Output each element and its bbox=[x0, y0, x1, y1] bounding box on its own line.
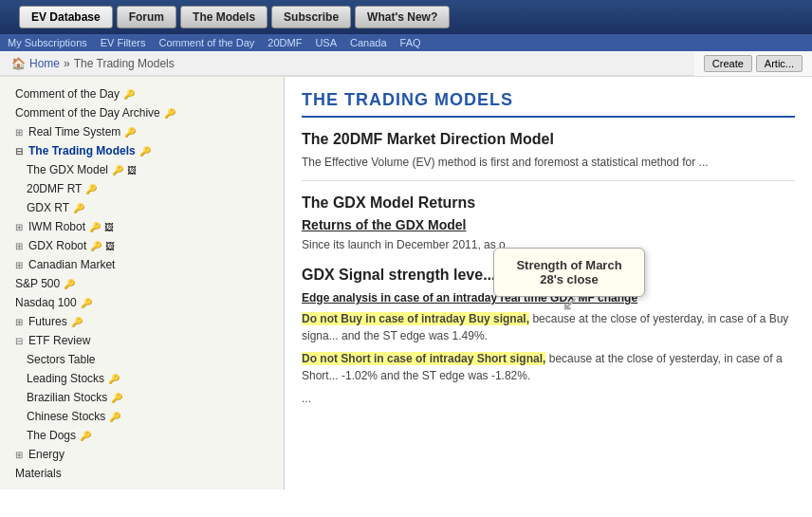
sidebar-item-comment-archive[interactable]: Comment of the Day Archive 🔑 bbox=[0, 103, 284, 122]
sidebar-item-20dmf-rt[interactable]: 20DMF RT 🔑 bbox=[0, 179, 284, 198]
page-title: THE TRADING MODELS bbox=[302, 90, 795, 118]
breadcrumb: 🏠 Home » The Trading Models bbox=[0, 52, 694, 76]
tooltip-text: Strength of March 28's close bbox=[516, 258, 621, 286]
gdx-model-label: The GDX Model bbox=[27, 163, 108, 176]
main-layout: Comment of the Day 🔑 Comment of the Day … bbox=[0, 77, 812, 489]
sidebar-item-etf[interactable]: ⊟ ETF Review bbox=[0, 331, 284, 350]
sidebar: Comment of the Day 🔑 Comment of the Day … bbox=[0, 77, 285, 489]
iwm-robot-label: IWM Robot bbox=[28, 220, 85, 233]
sidebar-item-gdx-model[interactable]: The GDX Model 🔑 🖼 bbox=[0, 160, 284, 179]
section2-heading: The GDX Model Returns bbox=[302, 194, 795, 212]
sidebar-item-gdx-robot[interactable]: ⊞ GDX Robot 🔑 🖼 bbox=[0, 236, 284, 255]
tooltip-arrow: ↙ bbox=[562, 294, 578, 313]
futures-label: Futures bbox=[28, 315, 67, 328]
sidebar-item-trading-models[interactable]: ⊟ The Trading Models 🔑 bbox=[0, 141, 284, 160]
leading-label: Leading Stocks bbox=[27, 372, 104, 385]
sidebar-item-chinese[interactable]: Chinese Stocks 🔑 bbox=[0, 407, 284, 426]
section1-heading: The 20DMF Market Direction Model bbox=[302, 131, 795, 148]
lock-icon-13: 🔑 bbox=[108, 374, 120, 384]
img-icon-3: 🖼 bbox=[105, 241, 115, 251]
section2-subheading: Returns of the GDX Model bbox=[302, 217, 795, 232]
nav-ev-database[interactable]: EV Database bbox=[19, 6, 113, 28]
lock-icon-4: 🔑 bbox=[139, 146, 151, 157]
trading-models-label: The Trading Models bbox=[28, 144, 136, 157]
section3-heading-text: GDX Signal strength leve bbox=[302, 267, 483, 283]
subnav-20dmf[interactable]: 20DMF bbox=[268, 37, 302, 48]
lock-icon-8: 🔑 bbox=[89, 222, 101, 232]
sidebar-item-sp500[interactable]: S&P 500 🔑 bbox=[0, 274, 284, 293]
sidebar-item-realtime[interactable]: ⊞ Real Time System 🔑 bbox=[0, 122, 284, 141]
sidebar-item-energy[interactable]: ⊞ Energy bbox=[0, 445, 284, 464]
lock-icon-14: 🔑 bbox=[111, 393, 122, 403]
subnav-usa[interactable]: USA bbox=[315, 37, 337, 48]
section1-description: The Effective Volume (EV) method is firs… bbox=[302, 154, 795, 171]
lock-icon-16: 🔑 bbox=[80, 431, 91, 441]
breadcrumb-home[interactable]: Home bbox=[29, 57, 60, 70]
subnav-comment-of-day[interactable]: Comment of the Day bbox=[158, 37, 254, 48]
tooltip-bubble: Strength of March 28's close ↙ bbox=[493, 248, 645, 297]
lock-icon: 🔑 bbox=[123, 89, 135, 100]
sectors-label: Sectors Table bbox=[27, 353, 96, 366]
gdx-robot-label: GDX Robot bbox=[28, 239, 86, 252]
sidebar-item-nasdaq[interactable]: Nasdaq 100 🔑 bbox=[0, 293, 284, 312]
divider1 bbox=[302, 180, 795, 181]
realtime-label: Real Time System bbox=[28, 125, 120, 138]
lock-icon-12: 🔑 bbox=[71, 317, 83, 327]
expand-icon-energy: ⊞ bbox=[15, 450, 23, 460]
expand-icon-trading: ⊟ bbox=[15, 146, 23, 157]
nav-the-models[interactable]: The Models bbox=[180, 6, 268, 28]
sidebar-item-brazilian[interactable]: Brazilian Stocks 🔑 bbox=[0, 388, 284, 407]
sidebar-item-comment-of-day[interactable]: Comment of the Day 🔑 bbox=[0, 84, 284, 103]
expand-icon-etf: ⊟ bbox=[15, 336, 23, 346]
create-button[interactable]: Create bbox=[704, 55, 752, 72]
content-area: THE TRADING MODELS The 20DMF Market Dire… bbox=[285, 77, 812, 489]
sidebar-item-iwm-robot[interactable]: ⊞ IWM Robot 🔑 🖼 bbox=[0, 217, 284, 236]
subnav-canada[interactable]: Canada bbox=[350, 37, 387, 48]
breadcrumb-current: The Trading Models bbox=[74, 57, 175, 70]
sidebar-item-futures[interactable]: ⊞ Futures 🔑 bbox=[0, 312, 284, 331]
nav-whats-new[interactable]: What's New? bbox=[355, 6, 450, 28]
article-button[interactable]: Artic... bbox=[756, 55, 803, 72]
lock-icon-6: 🔑 bbox=[85, 184, 97, 194]
lock-icon-2: 🔑 bbox=[164, 108, 175, 119]
nav-forum[interactable]: Forum bbox=[117, 6, 176, 28]
canadian-label: Canadian Market bbox=[28, 258, 115, 271]
comment-day-label: Comment of the Day bbox=[15, 87, 120, 101]
sidebar-item-canadian[interactable]: ⊞ Canadian Market bbox=[0, 255, 284, 274]
expand-icon-realtime: ⊞ bbox=[15, 127, 23, 138]
nasdaq-label: Nasdaq 100 bbox=[15, 296, 77, 309]
section3-line2: Do not Short in case of intraday Short s… bbox=[302, 350, 795, 384]
section3-line1-highlight: Do not Buy in case of intraday Buy signa… bbox=[302, 312, 529, 325]
lock-icon-11: 🔑 bbox=[81, 298, 92, 308]
sidebar-item-leading[interactable]: Leading Stocks 🔑 bbox=[0, 369, 284, 388]
expand-icon-gdx-robot: ⊞ bbox=[15, 241, 23, 251]
subnav-ev-filters[interactable]: EV Filters bbox=[101, 37, 146, 48]
lock-icon-15: 🔑 bbox=[109, 412, 120, 422]
energy-label: Energy bbox=[28, 448, 65, 461]
sub-navigation: My Subscriptions EV Filters Comment of t… bbox=[0, 34, 812, 51]
img-icon-2: 🖼 bbox=[104, 222, 114, 232]
chinese-label: Chinese Stocks bbox=[27, 410, 105, 423]
breadcrumb-separator: » bbox=[64, 57, 70, 70]
expand-icon-iwm: ⊞ bbox=[15, 222, 23, 232]
sidebar-item-materials[interactable]: Materials bbox=[0, 464, 284, 483]
expand-icon-canadian: ⊞ bbox=[15, 260, 23, 270]
expand-icon-futures: ⊞ bbox=[15, 317, 23, 327]
lock-icon-7: 🔑 bbox=[73, 203, 84, 213]
section3-line1: Do not Buy in case of intraday Buy signa… bbox=[302, 310, 795, 344]
lock-icon-10: 🔑 bbox=[64, 279, 75, 289]
gdx-rt-label: GDX RT bbox=[27, 201, 69, 214]
sidebar-item-gdx-rt[interactable]: GDX RT 🔑 bbox=[0, 198, 284, 217]
sidebar-item-dogs[interactable]: The Dogs 🔑 bbox=[0, 426, 284, 445]
img-icon: 🖼 bbox=[127, 165, 137, 175]
nav-subscribe[interactable]: Subscribe bbox=[271, 6, 351, 28]
lock-icon-5: 🔑 bbox=[112, 165, 123, 175]
sidebar-item-sectors[interactable]: Sectors Table bbox=[0, 350, 284, 369]
subnav-faq[interactable]: FAQ bbox=[400, 37, 421, 48]
section3-ellipsis: ... bbox=[302, 390, 795, 407]
sp500-label: S&P 500 bbox=[15, 277, 60, 290]
lock-icon-9: 🔑 bbox=[90, 241, 102, 251]
materials-label: Materials bbox=[15, 467, 62, 480]
brazilian-label: Brazilian Stocks bbox=[27, 391, 107, 404]
subnav-my-subscriptions[interactable]: My Subscriptions bbox=[8, 37, 87, 48]
